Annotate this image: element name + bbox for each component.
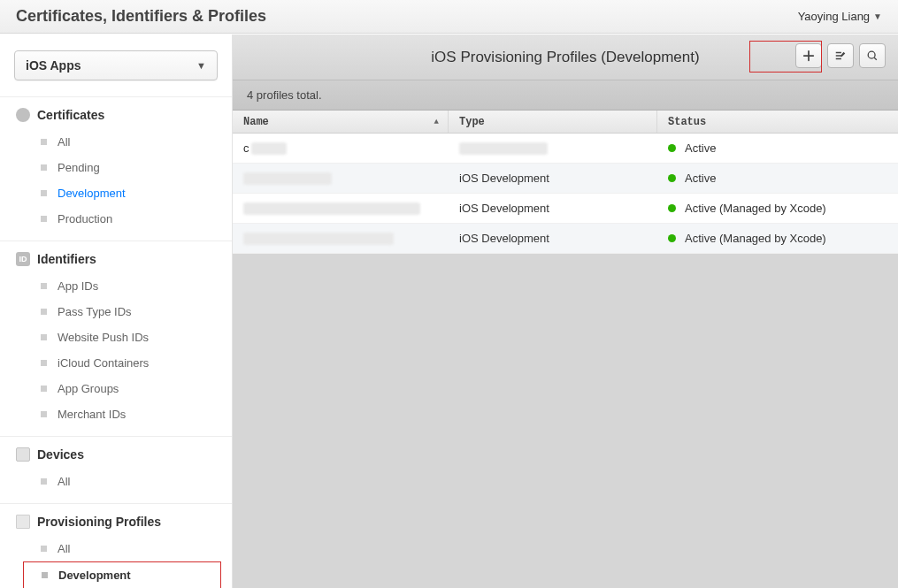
status-text: Active (685, 141, 716, 155)
user-name: Yaoying Liang (798, 10, 870, 23)
sidebar-item[interactable]: Production (0, 206, 232, 232)
sidebar-item[interactable]: All (0, 469, 232, 494)
sidebar-item-label: Production (58, 212, 112, 225)
sidebar-item[interactable]: Development (23, 561, 221, 588)
table-row[interactable]: iOS DevelopmentActive (Managed by Xcode) (233, 194, 898, 224)
nav-section-header: IDIdentifiers (0, 252, 232, 273)
sidebar-item-label: Pass Type IDs (58, 305, 132, 318)
status-dot-icon (668, 234, 676, 242)
sidebar-item-label: Pending (58, 161, 100, 174)
bullet-icon (41, 411, 47, 417)
table-row[interactable]: cActive (233, 134, 898, 164)
status-dot-icon (668, 144, 676, 152)
cell-name (233, 224, 449, 253)
cell-status: Active (657, 164, 898, 193)
cell-name (233, 194, 449, 223)
plus-icon (802, 50, 815, 62)
sidebar-item[interactable]: Merchant IDs (0, 401, 232, 427)
cell-type: iOS Development (449, 164, 657, 193)
sort-asc-icon: ▲ (434, 118, 439, 126)
nav-section: DevicesAll (0, 436, 232, 503)
cell-name: c (233, 134, 449, 163)
cell-type: iOS Development (449, 194, 657, 223)
certificates-icon (16, 108, 30, 122)
cell-status: Active (Managed by Xcode) (657, 224, 898, 253)
status-text: Active (Managed by Xcode) (685, 202, 826, 215)
bullet-icon (41, 216, 47, 222)
sidebar-item-label: Website Push IDs (58, 331, 149, 344)
cell-status: Active (657, 134, 898, 163)
redacted-text (243, 233, 394, 245)
column-header-name[interactable]: Name ▲ (233, 111, 449, 133)
status-dot-icon (668, 204, 676, 212)
redacted-text (243, 202, 420, 215)
cell-type (449, 134, 657, 163)
sidebar-item-label: Development (58, 569, 131, 582)
cell-name (233, 164, 449, 193)
nav-section: IDIdentifiersApp IDsPass Type IDsWebsite… (0, 241, 232, 436)
sidebar-item[interactable]: Pass Type IDs (0, 299, 232, 325)
sidebar-item-label: All (58, 542, 70, 555)
user-menu[interactable]: Yaoying Liang ▼ (798, 10, 882, 23)
add-button[interactable] (795, 43, 822, 68)
column-header-status[interactable]: Status (657, 111, 898, 133)
sidebar-item[interactable]: App IDs (0, 273, 232, 299)
sidebar-item-label: Merchant IDs (58, 408, 126, 421)
sidebar-item-label: App IDs (58, 279, 98, 293)
page-title: Certificates, Identifiers & Profiles (16, 7, 266, 26)
status-text: Active (Managed by Xcode) (685, 232, 826, 245)
nav-section-header: Certificates (0, 108, 232, 129)
svg-point-0 (868, 51, 875, 58)
nav-section-title: Devices (37, 447, 84, 462)
bullet-icon (42, 572, 48, 578)
count-bar: 4 profiles total. (233, 80, 898, 111)
sidebar-item[interactable]: All (0, 129, 232, 155)
table-header-row: Name ▲ Type Status (233, 111, 898, 134)
top-bar: Certificates, Identifiers & Profiles Yao… (0, 0, 898, 34)
table-row[interactable]: iOS DevelopmentActive (233, 164, 898, 194)
devices-icon (16, 447, 30, 462)
main-content: iOS Provisioning Profiles (Development) … (233, 34, 898, 588)
table-row[interactable]: iOS DevelopmentActive (Managed by Xcode) (233, 224, 898, 254)
sidebar-item[interactable]: App Groups (0, 376, 232, 401)
sidebar-item[interactable]: Development (0, 180, 232, 206)
status-text: Active (685, 172, 716, 185)
caret-down-icon: ▼ (873, 11, 882, 21)
bullet-icon (41, 386, 47, 392)
count-text: 4 profiles total. (247, 88, 322, 102)
bullet-icon (41, 164, 47, 171)
search-button[interactable] (859, 43, 886, 68)
cell-status: Active (Managed by Xcode) (657, 194, 898, 223)
sidebar-item[interactable]: Pending (0, 155, 232, 180)
profiles-table: Name ▲ Type Status cActiveiOS Developmen… (233, 111, 898, 254)
edit-button[interactable] (827, 43, 854, 68)
bullet-icon (41, 478, 47, 485)
bullet-icon (41, 334, 47, 340)
nav-section-header: Provisioning Profiles (0, 515, 232, 536)
nav-section-title: Identifiers (37, 252, 96, 266)
bullet-icon (41, 309, 47, 315)
search-icon (866, 50, 879, 62)
bullet-icon (41, 546, 47, 552)
sidebar-item-label: All (58, 135, 70, 149)
identifiers-icon: ID (16, 252, 30, 266)
bullet-icon (41, 360, 47, 366)
platform-selector[interactable]: iOS Apps ▼ (14, 50, 218, 80)
redacted-text (251, 142, 287, 155)
column-header-type[interactable]: Type (449, 111, 657, 133)
sidebar: iOS Apps ▼ CertificatesAllPendingDevelop… (0, 34, 233, 588)
sidebar-item[interactable]: All (0, 536, 232, 561)
nav-section-title: Certificates (37, 108, 104, 122)
main-header-title: iOS Provisioning Profiles (Development) (431, 49, 699, 66)
sidebar-item[interactable]: Website Push IDs (0, 325, 232, 350)
nav-section-title: Provisioning Profiles (37, 515, 161, 529)
cell-type: iOS Development (449, 224, 657, 253)
chevron-down-icon: ▼ (196, 60, 206, 71)
nav-section: Provisioning ProfilesAllDevelopmentDistr… (0, 503, 232, 588)
bullet-icon (41, 283, 47, 289)
sidebar-item-label: All (58, 475, 70, 488)
sidebar-item-label: Development (58, 187, 126, 200)
redacted-text (243, 172, 332, 185)
edit-icon (834, 50, 847, 62)
sidebar-item[interactable]: iCloud Containers (0, 350, 232, 376)
